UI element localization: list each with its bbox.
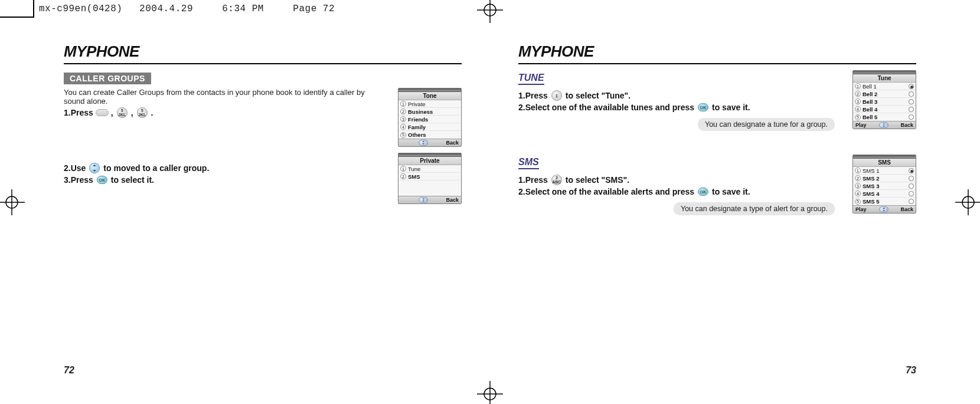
list-item: 5SMS 5 — [853, 198, 916, 205]
nav-key-icon — [88, 163, 101, 173]
list-item: 4Family — [398, 123, 461, 131]
radio-selected-icon — [909, 168, 914, 173]
screen-tone-title: Tone — [398, 92, 461, 100]
list-item: 2Bell 2 — [853, 90, 916, 98]
radio-icon — [909, 199, 914, 204]
radio-icon — [909, 91, 914, 97]
tune-step1-post: to select "Tune". — [566, 91, 631, 100]
sms-note: You can designate a type of alert for a … — [674, 202, 835, 215]
screen-tune-title: Tune — [853, 74, 916, 83]
menu-key-icon — [96, 108, 109, 117]
list-item: 1SMS 1 — [853, 167, 916, 175]
step-2: 2.Use to moved to a caller group. — [64, 163, 379, 173]
sms-step1-pre: 1.Press — [518, 175, 548, 185]
step1-suffix: . — [151, 108, 153, 117]
tune-step2-post: to save it. — [712, 103, 750, 112]
list-item: 2Business — [398, 108, 461, 116]
intro-text: You can create Caller Groups from the co… — [64, 88, 379, 106]
crop-mark-v — [33, 0, 34, 18]
softkey-left: Play — [855, 122, 867, 128]
list-item: 1Tune — [398, 165, 461, 173]
list-item: 5Bell 5 — [853, 113, 916, 121]
screen-tone: Tone 1Private 2Business 3Friends 4Family… — [398, 88, 462, 147]
softkey-right: Back — [900, 206, 913, 212]
step1-prefix: 1.Press — [64, 108, 93, 117]
softkey-left: Play — [855, 206, 867, 212]
radio-icon — [909, 183, 914, 189]
list-item: 4Bell 4 — [853, 106, 916, 113]
softkey-right: Back — [446, 197, 459, 203]
page-title: MYPHONE — [518, 42, 916, 61]
softkey-right: Back — [446, 140, 459, 146]
print-date: 2004.4.29 — [139, 4, 216, 14]
radio-icon — [909, 176, 914, 181]
key-5-icon-2: 5 JKL — [136, 108, 149, 117]
ok-key-icon: OK — [96, 175, 109, 185]
nav-indicator-icon — [879, 206, 888, 212]
list-item: 2SMS 2 — [853, 175, 916, 182]
register-mark-right — [955, 189, 980, 215]
step2-pre: 2.Use — [64, 163, 86, 173]
step3-post: to select it. — [111, 175, 154, 185]
comma: , — [111, 108, 113, 117]
title-rule — [518, 63, 916, 64]
screen-private: Private 1Tune 2SMS 3. 4. Back — [398, 153, 462, 204]
page-72: MYPHONE CALLER GROUPS You can create Cal… — [35, 18, 490, 386]
step2-post: to moved to a caller group. — [103, 163, 209, 173]
sms-step-2: 2.Select one of the available alerts and… — [518, 187, 836, 196]
print-filename: mx-c99en(0428) — [39, 4, 133, 14]
sms-step2-pre: 2.Select one of the available alerts and… — [518, 187, 694, 196]
print-time: 6:34 PM — [222, 4, 287, 14]
screen-tune: Tune 1Bell 1 2Bell 2 3Bell 3 4Bell 4 5Be… — [852, 70, 916, 129]
page-title: MYPHONE — [64, 42, 462, 61]
key-1-icon: 1 — [550, 91, 563, 100]
tune-step-1: 1.Press 1 to select "Tune". — [518, 91, 836, 100]
sms-step2-post: to save it. — [712, 187, 750, 196]
tune-note: You can designate a tune for a group. — [698, 118, 835, 131]
nav-indicator-icon — [419, 197, 428, 203]
radio-icon — [909, 107, 914, 112]
ok-key-icon: OK — [697, 103, 710, 112]
step-1: 1.Press , 5 JKL, 5 JKL . — [64, 108, 379, 117]
print-header: mx-c99en(0428) 2004.4.29 6:34 PM Page 72 — [39, 4, 980, 17]
step-3: 3.Press OK to select it. — [64, 175, 379, 185]
list-item: 1Bell 1 — [853, 83, 916, 90]
subheading-sms: SMS — [518, 157, 539, 169]
list-item: 3SMS 3 — [853, 182, 916, 190]
sms-step1-post: to select "SMS". — [566, 175, 629, 185]
tune-step-2: 2.Select one of the available tunes and … — [518, 103, 836, 112]
ok-key-icon: OK — [697, 187, 710, 196]
list-item: 3Friends — [398, 116, 461, 123]
crop-mark-h — [0, 17, 34, 18]
list-item: 2SMS — [398, 173, 461, 180]
comma: , — [131, 108, 133, 117]
page-73: MYPHONE TUNE 1.Press 1 to select "Tune".… — [490, 18, 945, 386]
key-5-icon: 5 JKL — [116, 108, 129, 117]
screen-private-title: Private — [398, 157, 461, 165]
key-2-icon: 2 ABC — [550, 175, 563, 185]
list-item: 4SMS 4 — [853, 190, 916, 198]
list-item: 3Bell 3 — [853, 98, 916, 106]
radio-icon — [909, 114, 914, 120]
softkey-right: Back — [900, 122, 913, 128]
list-item: 1Private — [398, 100, 461, 108]
nav-indicator-icon — [879, 122, 888, 128]
screen-sms-title: SMS — [853, 159, 916, 167]
radio-icon — [909, 99, 914, 104]
step3-pre: 3.Press — [64, 175, 93, 185]
tune-step1-pre: 1.Press — [518, 91, 548, 100]
radio-selected-icon — [909, 84, 914, 89]
radio-icon — [909, 191, 914, 196]
page-number: 73 — [906, 365, 916, 376]
page-number: 72 — [64, 365, 74, 376]
tune-step2-pre: 2.Select one of the available tunes and … — [518, 103, 694, 112]
print-page: Page 72 — [293, 4, 358, 14]
screen-sms: SMS 1SMS 1 2SMS 2 3SMS 3 4SMS 4 5SMS 5 P… — [852, 155, 916, 214]
section-caller-groups: CALLER GROUPS — [64, 73, 151, 84]
list-item: 5Others — [398, 131, 461, 139]
nav-indicator-icon — [419, 140, 428, 146]
subheading-tune: TUNE — [518, 73, 544, 85]
sms-step-1: 1.Press 2 ABC to select "SMS". — [518, 175, 836, 185]
title-rule — [64, 63, 462, 64]
register-mark-left — [0, 189, 25, 215]
